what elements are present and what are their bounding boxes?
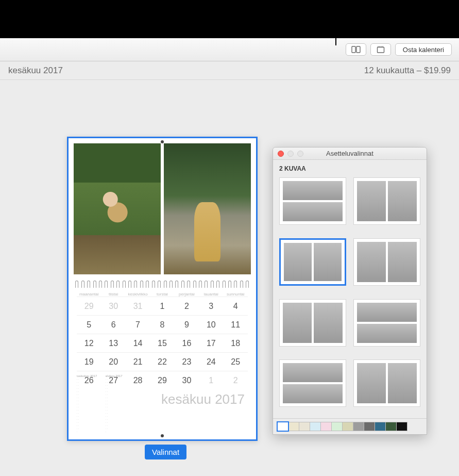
editor-canvas: maanantaitiistaikeskiviikkotorstaiperjan… — [0, 80, 459, 476]
layout-options-panel: Asetteluvalinnat 2 KUVAA — [273, 147, 427, 435]
photo-slot-2[interactable] — [164, 143, 251, 274]
weekday-label: lauantai — [199, 292, 223, 297]
date-cell[interactable]: 22 — [150, 357, 174, 367]
price-label: 12 kuukautta – $19.99 — [364, 65, 451, 76]
date-row: 19202122232425 — [77, 352, 248, 371]
month-label: kesäkuu 2017 — [8, 65, 63, 76]
date-cell[interactable]: 6 — [101, 320, 125, 330]
color-swatch[interactable] — [375, 422, 386, 431]
calendar-grid: maanantaitiistaikeskiviikkotorstaiperjan… — [69, 289, 256, 439]
punch-hole-icon — [161, 434, 164, 437]
layout-option[interactable] — [353, 238, 420, 286]
date-cell[interactable]: 17 — [199, 339, 223, 348]
color-swatch[interactable] — [277, 422, 288, 431]
date-cell[interactable]: 21 — [126, 357, 150, 367]
weekday-label: sunnuntai — [224, 292, 248, 297]
date-cell[interactable]: 15 — [150, 339, 174, 348]
layout-option[interactable] — [279, 177, 346, 225]
date-cell[interactable]: 30 — [175, 376, 199, 385]
svg-rect-2 — [377, 47, 384, 53]
date-cell[interactable]: 11 — [224, 320, 248, 330]
date-cell[interactable]: 29 — [77, 302, 101, 311]
color-swatch[interactable] — [320, 422, 332, 431]
date-cell[interactable]: 2 — [175, 302, 199, 311]
color-swatch[interactable] — [353, 422, 364, 431]
view-grid-button[interactable] — [370, 43, 391, 56]
mini-calendar-next: elokuu 2017 · · · · · · · · · · · · · · … — [106, 374, 128, 433]
date-cell[interactable]: 18 — [224, 339, 248, 348]
date-cell[interactable]: 9 — [175, 320, 199, 330]
date-cell[interactable]: 23 — [175, 357, 199, 367]
layout-option[interactable] — [279, 359, 346, 407]
date-cell[interactable]: 14 — [126, 339, 150, 348]
layout-option[interactable] — [353, 359, 420, 407]
date-cell[interactable]: 20 — [101, 357, 125, 367]
date-cell[interactable]: 1 — [199, 376, 223, 385]
layout-grid — [273, 175, 427, 418]
date-row: 2930311234 — [77, 297, 248, 315]
date-cell[interactable]: 30 — [101, 302, 125, 311]
color-swatch-row — [273, 418, 427, 434]
weekday-label: tiistai — [101, 292, 125, 297]
svg-rect-0 — [352, 46, 355, 53]
layout-option[interactable] — [353, 177, 420, 225]
toolbar: Osta kalenteri — [0, 38, 459, 61]
color-swatch[interactable] — [385, 422, 397, 431]
layout-option[interactable] — [353, 299, 420, 347]
weekday-label: maanantai — [77, 292, 101, 297]
date-row: 12131415161718 — [77, 334, 248, 352]
layout-option[interactable] — [279, 299, 346, 347]
panel-titlebar[interactable]: Asetteluvalinnat — [273, 147, 427, 160]
date-cell[interactable]: 28 — [126, 376, 150, 385]
color-swatch[interactable] — [342, 422, 353, 431]
date-cell[interactable]: 3 — [199, 302, 223, 311]
mini-calendar-prev: toukokuu 2017 · · · · · · · · · · · · · … — [77, 374, 99, 433]
color-swatch[interactable] — [396, 422, 407, 431]
date-cell[interactable]: 2 — [224, 376, 248, 385]
color-swatch[interactable] — [288, 422, 299, 431]
date-cell[interactable]: 1 — [150, 302, 174, 311]
panel-title: Asetteluvalinnat — [273, 150, 427, 157]
view-spread-button[interactable] — [346, 43, 366, 56]
photo-slot-1[interactable] — [74, 143, 161, 274]
date-cell[interactable]: 5 — [77, 320, 101, 330]
date-cell[interactable]: 4 — [224, 302, 248, 311]
date-cell[interactable]: 7 — [126, 320, 150, 330]
date-cell[interactable]: 24 — [199, 357, 223, 367]
layout-option[interactable] — [279, 238, 346, 286]
app-window: Osta kalenteri kesäkuu 2017 12 kuukautta… — [0, 38, 459, 476]
info-bar: kesäkuu 2017 12 kuukautta – $19.99 — [0, 61, 459, 80]
notepad-icon — [377, 46, 385, 53]
color-swatch[interactable] — [331, 422, 343, 431]
buy-button[interactable]: Osta kalenteri — [395, 43, 452, 56]
options-button[interactable]: Valinnat — [145, 445, 186, 459]
calendar-photo-area — [69, 138, 256, 280]
panel-section-header: 2 KUVAA — [273, 160, 427, 175]
date-cell[interactable]: 19 — [77, 357, 101, 367]
date-cell[interactable]: 12 — [77, 339, 101, 348]
weekday-label: torstai — [150, 292, 174, 297]
color-swatch[interactable] — [299, 422, 310, 431]
date-cell[interactable]: 29 — [150, 376, 174, 385]
date-row: 567891011 — [77, 315, 248, 334]
date-cell[interactable]: 10 — [199, 320, 223, 330]
color-swatch[interactable] — [310, 422, 321, 431]
weekday-label: keskiviikko — [126, 292, 150, 297]
weekday-label: perjantai — [175, 292, 199, 297]
date-cell[interactable]: 8 — [150, 320, 174, 330]
svg-rect-1 — [356, 46, 360, 53]
callout-line — [335, 19, 336, 45]
calendar-page[interactable]: maanantaitiistaikeskiviikkotorstaiperjan… — [67, 137, 258, 441]
date-cell[interactable]: 13 — [101, 339, 125, 348]
color-swatch[interactable] — [364, 422, 375, 431]
date-cell[interactable]: 25 — [224, 357, 248, 367]
spiral-binding-icon — [69, 280, 256, 289]
date-cell[interactable]: 31 — [126, 302, 150, 311]
book-open-icon — [351, 46, 361, 53]
date-cell[interactable]: 16 — [175, 339, 199, 348]
